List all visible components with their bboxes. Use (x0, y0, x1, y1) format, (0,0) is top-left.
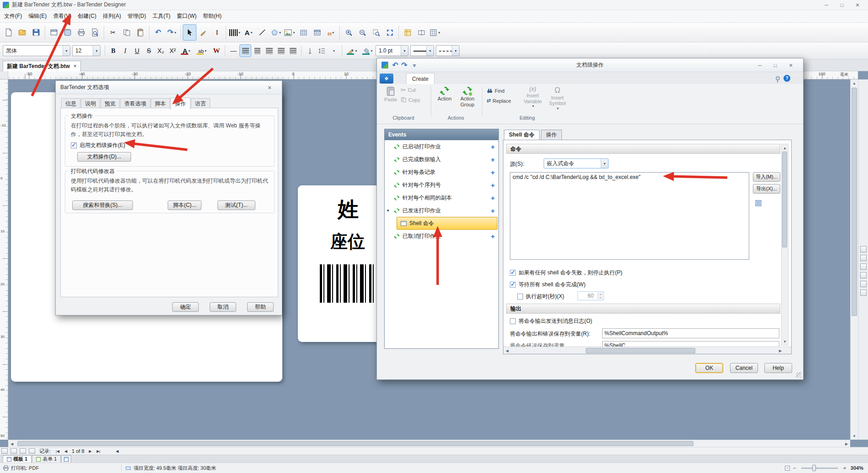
menu-manage[interactable]: 管理(D) (124, 10, 149, 22)
line-tool-button[interactable] (255, 24, 269, 41)
ribbon-tab-create[interactable]: Create (406, 73, 434, 84)
insert-symbol-button[interactable]: Insert Symbol (546, 86, 569, 110)
font-color-button[interactable] (179, 44, 194, 57)
ok-button[interactable]: 确定 (172, 302, 199, 312)
checkbox-unchecked-icon[interactable] (517, 294, 523, 300)
document-tab[interactable]: 新建 BarTender 文档.btw (3, 61, 81, 71)
add-action-button[interactable] (491, 156, 495, 163)
timeout-checkbox[interactable]: 执行超时(秒)(X) (517, 293, 564, 300)
command-text-area[interactable]: cmd /c "cd /d C:\BarTender\Log && txt_to… (510, 172, 749, 260)
menu-edit[interactable]: 编辑(E) (25, 10, 50, 22)
zoom-slider[interactable] (801, 468, 838, 469)
enable-doc-actions-checkbox[interactable]: 启用文档级操作(E) (71, 142, 125, 149)
action-button[interactable]: Action (434, 86, 455, 102)
align-center-button[interactable] (251, 44, 263, 57)
superscript-button[interactable] (167, 44, 179, 57)
line-spacing-button[interactable] (316, 44, 328, 57)
tab-template-1[interactable]: 模板 1 (3, 455, 32, 462)
help-button[interactable]: Help (764, 363, 792, 373)
event-item-print-started[interactable]: 已启动打印作业 (385, 140, 498, 153)
menu-file[interactable]: 文件(F) (1, 10, 25, 22)
record-tool-icon[interactable] (11, 448, 17, 454)
dialog-title-bar[interactable]: 文档级操作 (377, 58, 803, 72)
tab-action-options[interactable]: 操作 (541, 130, 562, 140)
undo-icon[interactable] (391, 61, 399, 69)
close-tab-icon[interactable] (74, 63, 77, 69)
add-action-button[interactable] (491, 207, 495, 215)
cut-button[interactable]: Cut (401, 87, 416, 93)
grid-settings-button[interactable] (428, 24, 442, 41)
close-icon[interactable] (783, 61, 799, 70)
dropdown-caret-icon[interactable] (63, 46, 70, 56)
word-formatting-button[interactable] (211, 44, 222, 57)
dropdown-caret-icon[interactable] (601, 159, 608, 168)
tool-strip-icon[interactable] (860, 255, 867, 261)
line-color-button[interactable] (344, 44, 360, 57)
minimize-icon[interactable] (752, 61, 767, 70)
font-size-combo[interactable]: 12 (72, 45, 101, 56)
add-action-button[interactable] (491, 194, 495, 202)
text-tool-button[interactable] (242, 24, 255, 41)
pin-icon[interactable] (776, 76, 780, 80)
export-button[interactable]: 导出(X)... (753, 184, 780, 194)
tool-strip-icon[interactable] (860, 281, 867, 287)
barcode-tool-button[interactable] (228, 24, 242, 41)
print-optimizer-button[interactable] (401, 24, 414, 41)
record-tool-icon[interactable] (29, 448, 35, 454)
canvas-vertical-scrollbar[interactable] (850, 79, 858, 440)
rfid-tool-button[interactable] (324, 24, 338, 41)
search-replace-button[interactable]: 搜索和替换(S)... (72, 200, 133, 210)
send-to-log-checkbox[interactable]: 将命令输出发送到消息日志(O) (510, 317, 592, 325)
table-tool-button[interactable] (296, 24, 310, 41)
subscript-button[interactable] (155, 44, 167, 57)
zoom-out-button[interactable]: − (791, 465, 798, 471)
wait-all-checkbox[interactable]: 等待所有 shell 命令完成(W) (510, 281, 586, 289)
paste-button[interactable]: Paste (381, 86, 400, 103)
help-button[interactable]: 帮助 (247, 302, 274, 312)
dropdown-caret-icon[interactable] (401, 46, 408, 56)
zoom-selection-button[interactable] (369, 24, 383, 41)
dialog-title-bar[interactable]: BarTender 文档选项 (56, 81, 282, 95)
maximize-icon[interactable] (834, 0, 850, 10)
database-connection-button[interactable] (61, 24, 74, 41)
zoom-out-button[interactable] (355, 24, 369, 41)
menu-window[interactable]: 窗口(W) (174, 10, 200, 22)
zoom-in-button[interactable]: + (841, 465, 848, 471)
label-text-seat[interactable]: 座位 (330, 230, 365, 253)
menu-tools[interactable]: 工具(T) (149, 10, 174, 22)
command-list-icon[interactable] (755, 200, 762, 207)
font-family-combo[interactable]: 黑体 (3, 45, 70, 56)
insert-variable-button[interactable]: Insert Variable (521, 86, 544, 108)
copy-button[interactable] (120, 24, 133, 41)
dropdown-caret-icon[interactable] (426, 46, 434, 56)
resize-grip[interactable] (796, 372, 802, 378)
bold-button[interactable] (107, 44, 119, 57)
test-button[interactable]: 测试(T)... (217, 200, 255, 210)
spin-up-icon[interactable] (598, 292, 603, 296)
add-action-button[interactable] (491, 143, 495, 151)
highlight-color-button[interactable] (194, 44, 211, 57)
italic-button[interactable] (119, 44, 131, 57)
checkbox-checked-icon[interactable] (510, 270, 516, 276)
record-tool-icon[interactable] (1, 448, 8, 454)
dropdown-caret-icon[interactable] (188, 49, 190, 53)
close-icon[interactable] (850, 0, 865, 10)
vertical-text-button[interactable] (304, 44, 316, 57)
page-setup-button[interactable] (47, 24, 61, 41)
paste-button[interactable] (133, 24, 147, 41)
tool-strip-icon[interactable] (860, 246, 867, 252)
spinner-buttons[interactable] (598, 292, 603, 300)
document-actions-button[interactable]: 文档操作(D)... (77, 152, 131, 162)
shape-tool-button[interactable] (269, 24, 283, 41)
menu-arrange[interactable]: 排列(A) (100, 10, 124, 22)
image-tool-button[interactable] (283, 24, 296, 41)
tab-actions[interactable]: 操作 (170, 98, 191, 110)
underline-button[interactable] (131, 44, 143, 57)
panel-horizontal-scrollbar[interactable] (503, 347, 791, 354)
dropdown-caret-icon[interactable] (205, 49, 206, 53)
ok-button[interactable]: OK (695, 363, 723, 373)
scrollbar-thumb[interactable] (586, 348, 695, 353)
import-button[interactable]: 导入(M)... (753, 172, 780, 182)
print-button[interactable] (74, 24, 88, 41)
event-item-print-job-canceled[interactable]: 已取消打印作业 (385, 230, 498, 242)
